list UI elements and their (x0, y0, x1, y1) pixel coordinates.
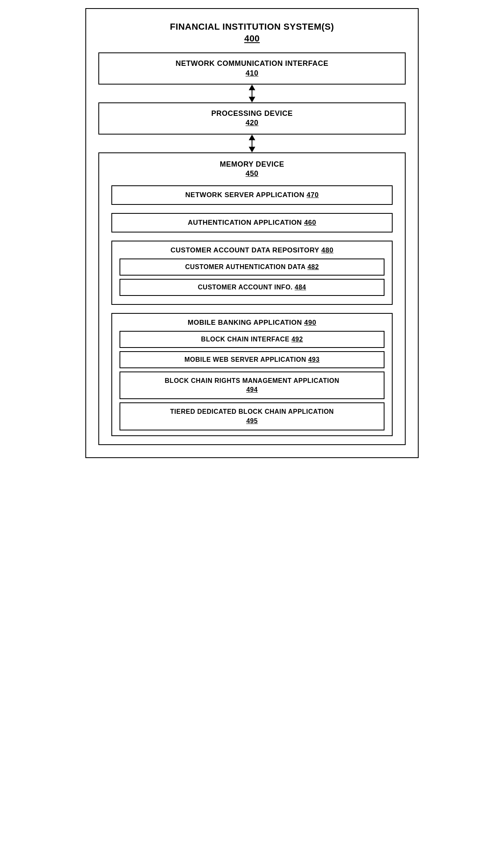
customer-account-info-box: CUSTOMER ACCOUNT INFO. 484 (119, 279, 385, 296)
arrow-network-processing (98, 85, 406, 102)
repo-title-block: CUSTOMER ACCOUNT DATA REPOSITORY 480 (116, 246, 388, 254)
blockchain-interface-label: BLOCK CHAIN INTERFACE 492 (126, 336, 378, 343)
mobile-label: MOBILE BANKING APPLICATION 490 (116, 319, 388, 327)
memory-title-block: MEMORY DEVICE 450 (107, 160, 397, 179)
mobile-web-server-box: MOBILE WEB SERVER APPLICATION 493 (119, 351, 385, 368)
mobile-banking-box: MOBILE BANKING APPLICATION 490 BLOCK CHA… (111, 313, 393, 437)
system-ref: 400 (98, 33, 406, 45)
memory-ref: 450 (107, 169, 397, 178)
mobile-title-block: MOBILE BANKING APPLICATION 490 (116, 319, 388, 327)
network-comm-label: NETWORK COMMUNICATION INTERFACE 410 (107, 59, 397, 78)
blockchain-rights-label: BLOCK CHAIN RIGHTS MANAGEMENT APPLICATIO… (126, 376, 378, 395)
processing-label: PROCESSING DEVICE 420 (107, 109, 397, 128)
repo-label: CUSTOMER ACCOUNT DATA REPOSITORY 480 (116, 246, 388, 254)
customer-auth-data-label: CUSTOMER AUTHENTICATION DATA 482 (126, 263, 378, 271)
customer-account-info-label: CUSTOMER ACCOUNT INFO. 484 (126, 284, 378, 291)
arrow-top-tip-2 (249, 135, 255, 140)
tiered-blockchain-box: TIERED DEDICATED BLOCK CHAIN APPLICATION… (119, 402, 385, 430)
customer-repo-box: CUSTOMER ACCOUNT DATA REPOSITORY 480 CUS… (111, 241, 393, 305)
blockchain-rights-box: BLOCK CHAIN RIGHTS MANAGEMENT APPLICATIO… (119, 372, 385, 400)
arrow-top-tip (249, 85, 255, 90)
network-server-label: NETWORK SERVER APPLICATION 470 (119, 191, 385, 199)
mobile-web-server-label: MOBILE WEB SERVER APPLICATION 493 (126, 356, 378, 363)
memory-device-box: MEMORY DEVICE 450 NETWORK SERVER APPLICA… (98, 152, 406, 445)
blockchain-interface-box: BLOCK CHAIN INTERFACE 492 (119, 331, 385, 348)
customer-auth-data-box: CUSTOMER AUTHENTICATION DATA 482 (119, 259, 385, 276)
memory-label: MEMORY DEVICE (107, 160, 397, 169)
tiered-blockchain-label: TIERED DEDICATED BLOCK CHAIN APPLICATION… (126, 407, 378, 426)
processing-device-box: PROCESSING DEVICE 420 (98, 102, 406, 135)
diagram-container: FINANCIAL INSTITUTION SYSTEM(S) 400 NETW… (85, 8, 419, 458)
authentication-box: AUTHENTICATION APPLICATION 460 (111, 213, 393, 232)
system-title-block: FINANCIAL INSTITUTION SYSTEM(S) 400 (98, 17, 406, 44)
network-comm-box: NETWORK COMMUNICATION INTERFACE 410 (98, 52, 406, 85)
outer-system-box: FINANCIAL INSTITUTION SYSTEM(S) 400 NETW… (85, 8, 419, 458)
network-server-box: NETWORK SERVER APPLICATION 470 (111, 185, 393, 205)
authentication-label: AUTHENTICATION APPLICATION 460 (119, 219, 385, 227)
arrow-processing-memory (98, 135, 406, 152)
system-title: FINANCIAL INSTITUTION SYSTEM(S) (98, 21, 406, 33)
